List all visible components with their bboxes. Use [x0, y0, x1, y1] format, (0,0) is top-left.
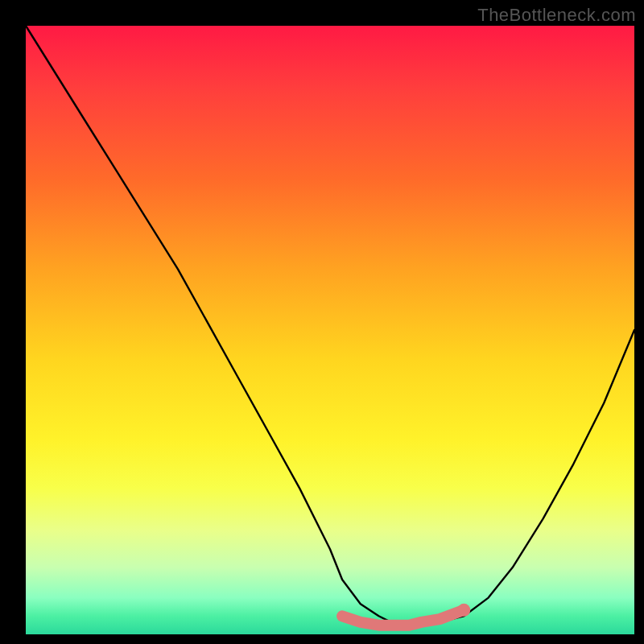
- chart-svg: [26, 26, 634, 634]
- highlight-endpoint-dot: [457, 604, 470, 617]
- watermark-text: TheBottleneck.com: [477, 5, 636, 26]
- bottleneck-curve: [26, 26, 634, 625]
- chart-frame: TheBottleneck.com: [0, 0, 644, 644]
- bottom-highlight-curve: [342, 610, 464, 625]
